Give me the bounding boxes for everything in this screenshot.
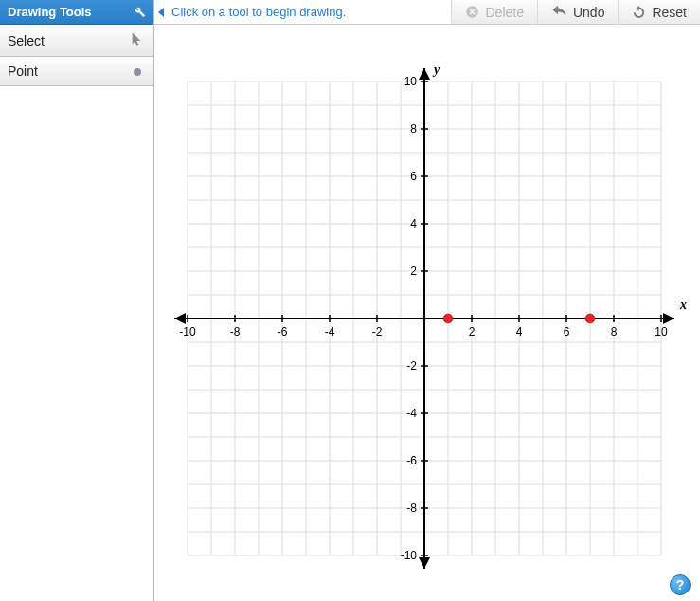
svg-text:2: 2 [410, 264, 417, 278]
svg-text:-4: -4 [406, 407, 417, 420]
svg-point-88 [585, 314, 595, 323]
select-cursor-icon [129, 31, 146, 49]
svg-text:-8: -8 [230, 325, 241, 338]
tool-label: Select [8, 33, 45, 48]
svg-text:8: 8 [410, 122, 417, 136]
svg-text:-8: -8 [406, 501, 417, 515]
collapse-sidebar-button[interactable] [154, 0, 168, 24]
tool-label: Point [8, 64, 38, 79]
help-label: ? [676, 577, 685, 592]
svg-text:4: 4 [516, 325, 523, 338]
svg-text:-2: -2 [406, 359, 417, 373]
svg-text:2: 2 [469, 325, 476, 338]
svg-text:10: 10 [655, 325, 668, 338]
graph-canvas[interactable]: -10-8-6-4-2246810-10-8-6-4-2246810xy ? [154, 25, 700, 601]
reset-label: Reset [652, 5, 687, 20]
reset-button[interactable]: Reset [618, 0, 700, 24]
sidebar-header: Drawing Tools [0, 0, 153, 25]
top-toolbar: Click on a tool to begin drawing. Delete… [154, 0, 700, 25]
svg-text:x: x [679, 298, 687, 312]
svg-text:-6: -6 [406, 454, 417, 467]
svg-text:-2: -2 [372, 325, 383, 338]
svg-text:10: 10 [404, 75, 418, 88]
svg-text:y: y [432, 63, 440, 77]
undo-label: Undo [573, 5, 604, 20]
svg-text:-4: -4 [325, 325, 335, 338]
drawing-tools-sidebar: Drawing Tools Select Point [0, 0, 154, 601]
wrench-icon [132, 4, 146, 21]
svg-text:-10: -10 [179, 325, 196, 338]
svg-text:6: 6 [564, 325, 570, 338]
svg-text:8: 8 [611, 325, 618, 338]
instruction-text: Click on a tool to begin drawing. [168, 0, 451, 24]
undo-icon [551, 5, 567, 19]
tool-select[interactable]: Select [0, 25, 153, 57]
undo-button[interactable]: Undo [537, 0, 618, 24]
coordinate-grid: -10-8-6-4-2246810-10-8-6-4-2246810xy [159, 53, 690, 584]
tool-point[interactable]: Point [0, 57, 153, 86]
svg-text:6: 6 [410, 170, 417, 183]
delete-icon [465, 5, 479, 19]
sidebar-title: Drawing Tools [8, 5, 92, 19]
point-dot-icon [129, 64, 146, 79]
delete-button[interactable]: Delete [451, 0, 536, 24]
reset-icon [632, 5, 646, 19]
svg-text:-6: -6 [278, 325, 288, 338]
help-button[interactable]: ? [670, 574, 691, 595]
svg-text:4: 4 [410, 217, 417, 230]
svg-text:-10: -10 [401, 549, 418, 562]
svg-point-87 [443, 314, 453, 323]
delete-label: Delete [485, 5, 523, 20]
